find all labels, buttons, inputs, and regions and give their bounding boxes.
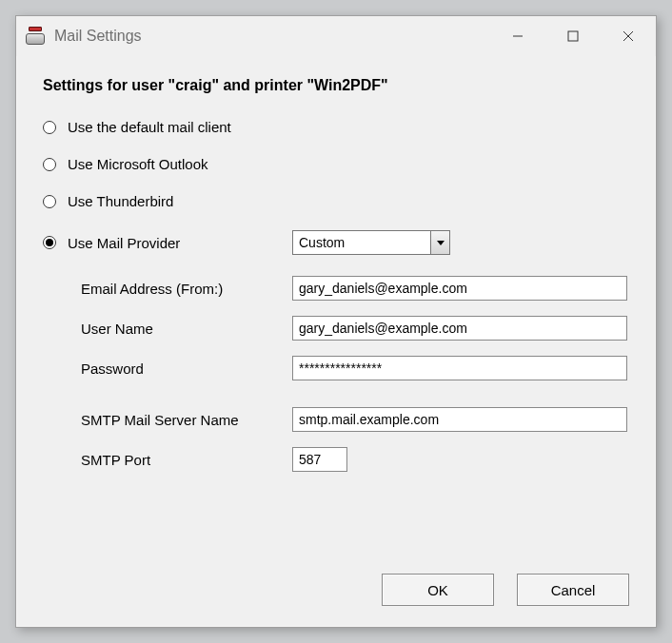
provider-select-value: Custom (299, 235, 345, 250)
ok-button-label: OK (427, 582, 448, 598)
smtp-server-label: SMTP Mail Server Name (81, 412, 292, 428)
provider-select[interactable]: Custom (292, 230, 450, 255)
svg-rect-1 (568, 31, 578, 41)
chevron-down-icon (430, 231, 449, 254)
password-label: Password (81, 360, 292, 377)
radio-label: Use Thunderbird (68, 193, 173, 209)
radio-label: Use Mail Provider (68, 235, 180, 251)
settings-heading: Settings for user "craig" and printer "W… (43, 77, 629, 94)
email-label: Email Address (From:) (81, 281, 292, 297)
radio-icon (43, 121, 56, 134)
password-field[interactable] (292, 356, 627, 380)
smtp-server-field[interactable] (292, 407, 627, 432)
radio-icon (43, 236, 56, 249)
cancel-button[interactable]: Cancel (517, 574, 629, 606)
window-title: Mail Settings (54, 28, 142, 45)
smtp-port-label: SMTP Port (81, 452, 292, 468)
minimize-button[interactable] (490, 16, 545, 56)
radio-default-client[interactable]: Use the default mail client (43, 119, 629, 135)
close-button[interactable] (601, 16, 656, 56)
ok-button[interactable]: OK (382, 574, 494, 606)
radio-outlook[interactable]: Use Microsoft Outlook (43, 156, 629, 172)
cancel-button-label: Cancel (551, 582, 596, 598)
radio-mail-provider[interactable]: Use Mail Provider (43, 235, 292, 251)
mail-settings-window: Mail Settings Settings for user "craig" … (15, 15, 657, 628)
radio-icon (43, 158, 56, 171)
radio-label: Use Microsoft Outlook (68, 156, 208, 172)
printer-icon (26, 27, 45, 46)
username-label: User Name (81, 321, 292, 337)
radio-label: Use the default mail client (68, 119, 231, 135)
radio-thunderbird[interactable]: Use Thunderbird (43, 193, 629, 209)
username-field[interactable] (292, 316, 627, 341)
maximize-button[interactable] (545, 16, 601, 56)
radio-icon (43, 195, 56, 208)
titlebar: Mail Settings (16, 16, 656, 56)
smtp-port-field[interactable] (292, 447, 347, 472)
email-field[interactable] (292, 276, 627, 301)
